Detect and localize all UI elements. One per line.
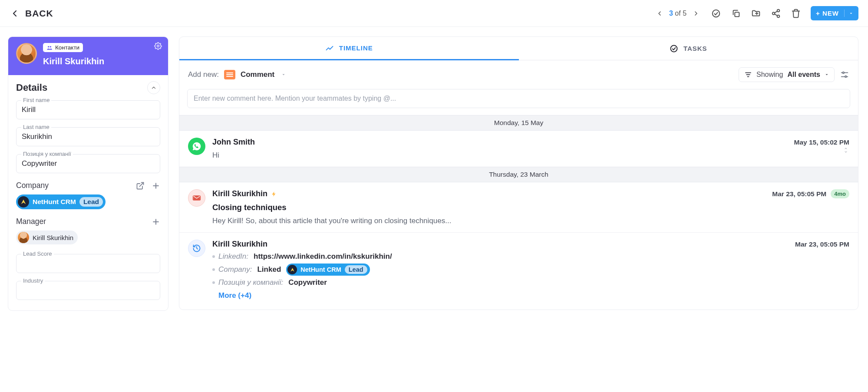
caret-down-icon bbox=[281, 72, 286, 77]
svg-point-12 bbox=[50, 46, 52, 47]
email-badge bbox=[188, 189, 205, 207]
lightning-icon bbox=[271, 190, 277, 198]
share-button[interactable] bbox=[771, 8, 781, 19]
event-email: Kirill Skurikhin Mar 23, 05:05 PM 4mo Cl… bbox=[179, 182, 858, 232]
add-new-label: Add new: bbox=[188, 70, 219, 79]
record-header: Контакти Kirill Skurikhin bbox=[8, 37, 168, 75]
pager-text: 3 of 5 bbox=[669, 10, 686, 17]
new-button-dropdown[interactable] bbox=[844, 10, 853, 17]
lead-score-label: Lead Score bbox=[21, 250, 54, 257]
bullet-icon bbox=[212, 255, 215, 258]
folder-chip-label: Контакти bbox=[55, 44, 79, 51]
pager-total: 5 bbox=[683, 10, 686, 17]
tab-tasks[interactable]: TASKS bbox=[519, 37, 858, 60]
date-separator: Monday, 15 May bbox=[179, 115, 858, 131]
sliders-icon bbox=[840, 70, 849, 79]
comment-icon[interactable] bbox=[224, 70, 235, 79]
position-field: Позиція у компанії bbox=[16, 154, 160, 173]
caret-down-icon bbox=[849, 11, 853, 16]
change-value: Copywriter bbox=[288, 278, 327, 287]
svg-point-10 bbox=[157, 45, 159, 47]
change-row: LinkedIn: https://www.linkedin.com/in/ks… bbox=[212, 252, 849, 261]
company-pill-name: NetHunt CRM bbox=[300, 266, 341, 273]
add-manager[interactable] bbox=[152, 217, 160, 226]
folder-chip[interactable]: Контакти bbox=[43, 43, 83, 52]
svg-line-8 bbox=[775, 11, 777, 13]
change-key: LinkedIn: bbox=[218, 252, 248, 261]
whatsapp-badge bbox=[188, 138, 205, 155]
back-button[interactable]: BACK bbox=[10, 8, 53, 19]
company-pill[interactable]: NetHunt CRM Lead bbox=[286, 264, 370, 276]
topbar: BACK 3 of 5 bbox=[0, 0, 868, 27]
mark-complete-button[interactable] bbox=[711, 8, 721, 19]
tab-timeline[interactable]: TIMELINE bbox=[179, 37, 519, 60]
delete-button[interactable] bbox=[791, 8, 801, 19]
pager-of: of bbox=[675, 10, 680, 17]
move-folder-button[interactable] bbox=[751, 8, 761, 19]
svg-line-9 bbox=[775, 14, 777, 16]
change-value: Linked bbox=[257, 265, 281, 274]
industry-label: Industry bbox=[21, 277, 45, 284]
more-link: More (+4) bbox=[218, 291, 251, 300]
whatsapp-icon bbox=[192, 142, 201, 151]
plus-icon bbox=[152, 217, 160, 226]
tab-timeline-label: TIMELINE bbox=[339, 44, 373, 52]
pager-current: 3 bbox=[669, 10, 673, 17]
copy-button[interactable] bbox=[731, 8, 741, 19]
pager-next[interactable] bbox=[691, 8, 701, 19]
record-pager: 3 of 5 bbox=[654, 8, 701, 19]
record-settings[interactable] bbox=[154, 42, 162, 51]
history-icon bbox=[192, 244, 201, 253]
date-separator: Thursday, 23 March bbox=[179, 167, 858, 182]
comment-composer bbox=[187, 89, 850, 108]
chevron-up-icon bbox=[843, 147, 848, 150]
svg-line-13 bbox=[139, 182, 143, 186]
svg-point-18 bbox=[670, 45, 677, 52]
new-button[interactable]: + NEW bbox=[811, 6, 858, 20]
change-row: Company: Linked NetHunt CRM Lead bbox=[212, 264, 849, 276]
tab-tasks-label: TASKS bbox=[683, 45, 707, 52]
last-name-label: Last name bbox=[21, 124, 51, 130]
add-new-dropdown[interactable] bbox=[281, 70, 286, 79]
filter-icon bbox=[744, 71, 752, 79]
plus-icon bbox=[152, 181, 160, 190]
new-button-label: + NEW bbox=[816, 10, 839, 17]
first-name-label: First name bbox=[21, 97, 51, 103]
add-company[interactable] bbox=[152, 181, 160, 190]
lead-score-field: Lead Score bbox=[16, 254, 160, 273]
pager-prev[interactable] bbox=[654, 8, 665, 19]
timeline-icon bbox=[325, 44, 334, 53]
tasks-icon bbox=[670, 44, 678, 53]
svg-point-11 bbox=[48, 46, 50, 47]
timeline-settings[interactable] bbox=[840, 70, 849, 79]
comment-input[interactable] bbox=[188, 89, 850, 108]
bullet-icon bbox=[212, 268, 215, 271]
event-whatsapp: John Smith May 15, 05:02 PM Hi bbox=[179, 131, 858, 167]
first-name-field: First name bbox=[16, 100, 160, 119]
company-pill-tag: Lead bbox=[345, 265, 367, 274]
event-time: Mar 23, 05:05 PM bbox=[795, 240, 849, 248]
company-label: Company bbox=[16, 181, 49, 190]
tab-bar: TIMELINE TASKS bbox=[179, 37, 858, 60]
nethunt-logo-icon bbox=[20, 198, 27, 205]
record-sidebar: Контакти Kirill Skurikhin Details First … bbox=[8, 36, 168, 311]
add-comment-label[interactable]: Comment bbox=[241, 70, 274, 79]
company-pill[interactable]: NetHunt CRM Lead bbox=[16, 194, 106, 209]
add-new-row: Add new: Comment bbox=[188, 70, 286, 79]
open-company[interactable] bbox=[136, 181, 145, 190]
manager-avatar bbox=[18, 232, 29, 243]
bullet-icon bbox=[212, 293, 215, 296]
event-expand-toggle[interactable] bbox=[842, 147, 849, 154]
details-collapse[interactable] bbox=[147, 81, 160, 94]
company-pill-tag: Lead bbox=[79, 197, 103, 207]
details-section: Details First name Last name Позиція у к… bbox=[8, 75, 168, 310]
change-more[interactable]: More (+4) bbox=[212, 290, 849, 300]
bullet-icon bbox=[212, 281, 215, 284]
events-filter[interactable]: Showing All events bbox=[739, 67, 835, 82]
svg-point-23 bbox=[842, 72, 844, 74]
chevron-left-icon bbox=[656, 10, 663, 17]
event-time: May 15, 05:02 PM bbox=[794, 138, 849, 146]
mail-icon bbox=[192, 194, 201, 202]
manager-chip[interactable]: Kirill Skurikhin bbox=[16, 231, 78, 244]
svg-point-1 bbox=[713, 10, 720, 17]
